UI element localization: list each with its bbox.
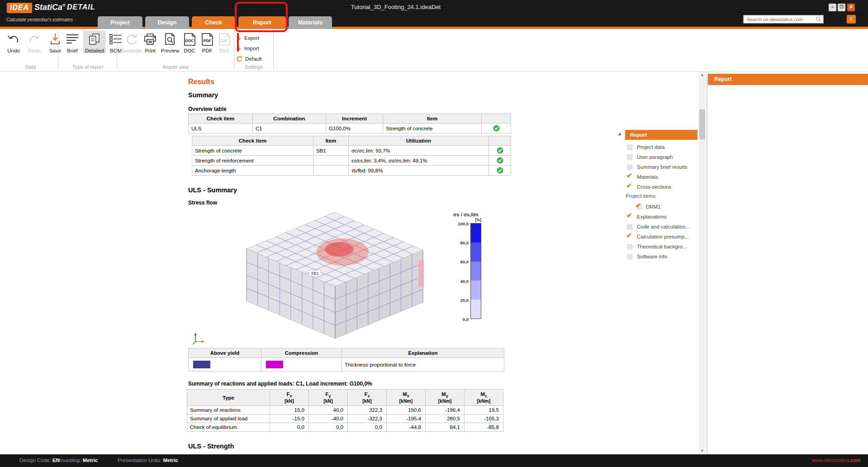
group-label-settings: Settings (234, 64, 273, 70)
checkbox[interactable] (627, 244, 633, 250)
tree-item-materials[interactable]: Materials (625, 172, 700, 181)
import-icon (236, 45, 242, 52)
tab-report[interactable]: Report (238, 16, 286, 29)
col-header: Fz[kN] (348, 390, 387, 406)
scrollbar-thumb[interactable] (699, 110, 705, 139)
checkbox[interactable] (627, 184, 633, 190)
legend-tick: 100,0 (451, 221, 469, 226)
stress-region-core (325, 242, 354, 257)
default-icon (236, 56, 242, 62)
default-menu-item[interactable]: Default (236, 54, 272, 63)
undo-icon (4, 31, 24, 46)
export-menu-item[interactable]: Export (236, 33, 272, 43)
legend-color-bar (470, 223, 481, 319)
checkbox[interactable] (627, 234, 633, 240)
tree-item-project-data[interactable]: Project data (625, 143, 700, 152)
pass-check-icon (497, 167, 503, 174)
checkbox[interactable] (627, 144, 633, 150)
tree-expander-icon[interactable]: ◢ (618, 132, 621, 136)
col-header (489, 136, 511, 146)
tree-group-project-items: Project items (626, 193, 655, 199)
import-menu-item[interactable]: Import (236, 44, 272, 53)
tree-item-user-paragraph[interactable]: User paragraph (625, 152, 700, 162)
above-yield-swatch (193, 361, 210, 368)
col-header: Mx[kNm] (387, 390, 426, 406)
report-side-panel: Report (707, 71, 868, 454)
brief-button[interactable]: Brief (62, 31, 82, 53)
brief-icon (62, 31, 82, 46)
tab-check[interactable]: Check (192, 16, 235, 29)
axis-triad-icon (192, 332, 205, 345)
col-header: Fx[kN] (270, 390, 309, 406)
col-header: Mz[kNm] (465, 390, 503, 406)
svg-text:PDF: PDF (204, 38, 211, 43)
table-row: Strength of concrete SB1 σc/σc,lim: 93,7… (192, 146, 511, 156)
col-header (482, 114, 511, 124)
col-header: Type (187, 390, 270, 406)
print-button[interactable]: Print (142, 31, 158, 53)
pdf-file-icon: PDF (199, 31, 215, 46)
tab-project[interactable]: Project (98, 16, 142, 29)
uls-strength-heading: ULS - Strength (188, 443, 234, 450)
checkbox[interactable] (627, 164, 633, 170)
legend-segment (471, 224, 481, 243)
preview-button[interactable]: Preview (159, 31, 181, 53)
tree-item-summary-brief[interactable]: Summary brief results (625, 162, 700, 172)
undo-button[interactable]: Undo (4, 31, 24, 53)
legend-tick: 60,0 (451, 259, 469, 264)
redo-button[interactable]: Redo (24, 31, 44, 53)
status-bar: Design Code: EN Rounding: Metric Present… (0, 454, 868, 467)
scroll-down-arrow[interactable]: ▼ (699, 448, 706, 454)
doc-button[interactable]: DOC DOC (181, 31, 198, 53)
table-row: Summary of applied load -15,0-40,0-322,3… (187, 415, 503, 423)
website-link[interactable]: www.ideastatica.com (812, 457, 860, 463)
checkbox[interactable] (636, 204, 642, 210)
summary-heading: Summary (188, 91, 218, 99)
tab-materials[interactable]: Materials (289, 16, 332, 29)
stress-patch (418, 260, 424, 286)
legend-segment (471, 281, 481, 300)
app-window: IDEA StatiCa® DETAIL Calculate yesterday… (0, 0, 868, 467)
checkbox[interactable] (627, 224, 633, 230)
uls-summary-heading: ULS - Summary (188, 186, 237, 194)
stress-flow-3d-view[interactable]: SB1 (228, 206, 446, 344)
design-code-status: Design Code: EN (19, 457, 60, 463)
doc-file-icon: DOC (181, 31, 198, 46)
pdf-button[interactable]: PDF PDF (199, 31, 215, 53)
col-header: Above yield (189, 348, 261, 358)
col-header: Explanation (342, 348, 504, 358)
scroll-up-arrow[interactable]: ▲ (699, 71, 706, 78)
checkbox[interactable] (627, 254, 633, 260)
ribbon-separator (58, 30, 58, 69)
legend-segment (471, 262, 481, 281)
detailed-button[interactable]: Detailed (83, 31, 106, 53)
yield-legend-table: Above yield Compression Explanation Thic… (188, 348, 504, 372)
checkbox[interactable] (627, 174, 633, 180)
compression-swatch (266, 361, 283, 368)
content-scrollbar[interactable]: ▲ ▼ (699, 71, 706, 454)
tree-item-cross-sections[interactable]: Cross-sections (625, 182, 700, 191)
checkbox[interactable] (627, 154, 633, 160)
checkbox[interactable] (627, 214, 633, 220)
col-header: Increment (326, 114, 383, 124)
report-panel-header: Report (708, 74, 868, 85)
tab-design[interactable]: Design (145, 16, 189, 29)
tree-item-software-info[interactable]: Software info (625, 252, 700, 261)
legend-segment (471, 300, 481, 319)
generate-button[interactable]: Generate (119, 31, 143, 53)
tree-root-report[interactable]: Report (625, 130, 697, 140)
tree-item-drm1[interactable]: DRM1 (634, 202, 709, 211)
export-icon (236, 35, 242, 42)
col-header: Check item (189, 114, 253, 124)
dxf-file-icon: DXF (216, 31, 232, 46)
tree-item-calculation-presumptions[interactable]: Calculation presump... (625, 232, 700, 241)
tree-item-explanations[interactable]: Explanations (625, 212, 700, 221)
units-status: Presentation Units: Metric (118, 457, 178, 463)
pass-check-icon (493, 125, 500, 132)
stress-legend: σs / σs,lim [%] 100,0 80,0 60,0 40,0 20,… (453, 212, 494, 320)
preview-icon (159, 31, 181, 46)
dxf-button[interactable]: DXF DXF (216, 31, 232, 53)
legend-segment (471, 243, 481, 262)
tree-item-code-calculation[interactable]: Code and calculation... (625, 222, 700, 231)
tree-item-theoretical-background[interactable]: Theoretical backgro... (625, 242, 700, 251)
